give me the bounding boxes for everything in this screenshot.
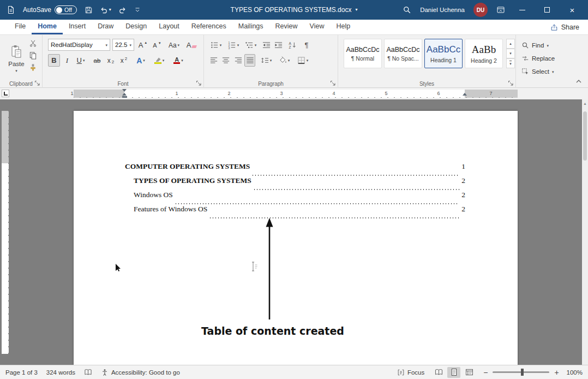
borders-button[interactable]: ▾ xyxy=(295,54,311,67)
increase-indent-button[interactable] xyxy=(273,39,284,51)
tab-layout[interactable]: Layout xyxy=(153,20,185,34)
scrollbar-thumb[interactable] xyxy=(583,111,587,161)
read-mode-button[interactable] xyxy=(432,367,445,378)
tab-stop-selector[interactable] xyxy=(2,90,9,97)
autosave-switch[interactable]: Off xyxy=(55,5,77,14)
font-size-select[interactable]: 22.5 ▾ xyxy=(112,39,134,51)
document-page[interactable]: COMPUTER OPERATING SYSTEMS 1 TYPES OF OP… xyxy=(74,111,518,365)
tab-file[interactable]: File xyxy=(9,20,32,34)
maximize-icon[interactable] xyxy=(539,0,555,20)
text-highlight-button[interactable]: ▾ xyxy=(151,54,168,67)
scroll-up-icon[interactable]: ▲ xyxy=(582,102,588,105)
collapse-ribbon-button[interactable] xyxy=(575,79,583,84)
tab-help[interactable]: Help xyxy=(330,20,356,34)
align-center-button[interactable] xyxy=(220,54,231,67)
search-icon[interactable] xyxy=(403,5,411,14)
zoom-slider-thumb[interactable] xyxy=(521,369,524,376)
toc-entry[interactable]: Features of Windows OS 2 xyxy=(125,205,465,219)
customize-qat-icon[interactable] xyxy=(134,6,141,14)
save-icon[interactable] xyxy=(85,6,93,14)
style-heading1[interactable]: AaBbCc Heading 1 xyxy=(424,39,463,68)
shrink-font-button[interactable]: A▼ xyxy=(151,39,164,51)
tab-home[interactable]: Home xyxy=(32,20,63,34)
grow-font-button[interactable]: A▲ xyxy=(136,39,149,51)
styles-dialog-launcher-icon[interactable] xyxy=(508,80,514,86)
font-dialog-launcher-icon[interactable] xyxy=(196,80,202,86)
focus-button[interactable]: Focus xyxy=(397,369,424,376)
font-name-select[interactable]: RedHatDisplay ▾ xyxy=(48,39,110,51)
styles-scroll-down-button[interactable]: ▾ xyxy=(506,49,515,58)
word-app-icon[interactable] xyxy=(7,5,15,14)
tab-insert[interactable]: Insert xyxy=(63,20,92,34)
find-button[interactable]: Find ▾ xyxy=(521,40,549,51)
tab-review[interactable]: Review xyxy=(269,20,304,34)
proofing-status-icon[interactable] xyxy=(84,368,92,376)
strikethrough-button[interactable]: ab xyxy=(91,54,104,67)
toc-entry[interactable]: Windows OS 2 xyxy=(125,191,465,205)
print-layout-button[interactable] xyxy=(447,367,460,378)
style-normal[interactable]: AaBbCcDc ¶ Normal xyxy=(344,39,382,68)
subscript-button[interactable]: x2 xyxy=(105,54,117,67)
word-count-status[interactable]: 324 words xyxy=(46,369,75,376)
text-effects-button[interactable]: A▾ xyxy=(133,54,148,67)
accessibility-status[interactable]: Accessibility: Good to go xyxy=(101,369,180,376)
multilevel-list-button[interactable]: ▾ xyxy=(243,39,259,51)
style-no-spacing[interactable]: AaBbCcDc ¶ No Spac... xyxy=(384,39,422,68)
zoom-out-button[interactable]: − xyxy=(483,368,488,377)
superscript-button[interactable]: x2 xyxy=(118,54,130,67)
user-name[interactable]: Daniel Uchenna xyxy=(420,7,465,13)
vertical-ruler[interactable] xyxy=(2,111,9,354)
avatar[interactable]: DU xyxy=(473,3,488,17)
page-number-status[interactable]: Page 1 of 3 xyxy=(5,369,38,376)
autosave-toggle[interactable]: AutoSave Off xyxy=(23,5,77,14)
web-layout-button[interactable] xyxy=(463,367,476,378)
styles-gallery-more-button[interactable]: ▾ xyxy=(506,58,515,68)
redo-icon[interactable] xyxy=(118,6,127,14)
close-icon[interactable]: × xyxy=(564,0,580,20)
styles-scroll-up-button[interactable]: ▴ xyxy=(506,39,515,49)
bold-button[interactable]: B xyxy=(48,54,60,67)
zoom-slider[interactable] xyxy=(493,371,549,373)
align-right-button[interactable] xyxy=(232,54,243,67)
toc-entry[interactable]: COMPUTER OPERATING SYSTEMS 1 xyxy=(125,162,465,176)
paste-button[interactable]: Paste ▾ xyxy=(4,38,29,79)
show-formatting-marks-button[interactable]: ¶ xyxy=(301,39,312,51)
table-of-contents[interactable]: COMPUTER OPERATING SYSTEMS 1 TYPES OF OP… xyxy=(125,162,465,219)
document-title[interactable]: TYPES OF OPERATING SYSTEMS.docx ▾ xyxy=(231,0,358,20)
toc-entry[interactable]: TYPES OF OPERATING SYSTEMS 2 xyxy=(125,176,465,191)
cut-icon[interactable] xyxy=(29,39,37,48)
format-painter-icon[interactable] xyxy=(29,63,37,72)
right-indent-marker[interactable] xyxy=(463,93,467,96)
tab-view[interactable]: View xyxy=(304,20,331,34)
change-case-button[interactable]: Aa▾ xyxy=(166,39,182,51)
undo-button[interactable]: ▾ xyxy=(100,6,111,14)
first-line-indent-marker[interactable] xyxy=(122,89,127,92)
tab-mailings[interactable]: Mailings xyxy=(232,20,269,34)
bullets-button[interactable]: ▾ xyxy=(208,39,224,51)
shading-button[interactable]: ▾ xyxy=(276,54,292,67)
replace-button[interactable]: Replace xyxy=(521,53,555,64)
underline-button[interactable]: U▾ xyxy=(73,54,88,67)
tab-draw[interactable]: Draw xyxy=(92,20,119,34)
hanging-indent-marker[interactable] xyxy=(122,93,127,96)
line-spacing-button[interactable]: ▾ xyxy=(259,54,274,67)
decrease-indent-button[interactable] xyxy=(261,39,272,51)
copy-icon[interactable] xyxy=(29,51,37,60)
align-left-button[interactable] xyxy=(208,54,219,67)
minimize-icon[interactable] xyxy=(514,0,530,20)
sort-button[interactable]: AZ xyxy=(286,39,299,51)
zoom-in-button[interactable]: + xyxy=(554,368,559,377)
select-button[interactable]: Select ▾ xyxy=(521,66,554,77)
clipboard-dialog-launcher-icon[interactable] xyxy=(34,80,40,86)
vertical-scrollbar[interactable]: ▲ xyxy=(582,99,588,365)
left-indent-marker[interactable] xyxy=(122,96,127,98)
italic-button[interactable]: I xyxy=(62,54,72,67)
clear-formatting-button[interactable]: A xyxy=(184,39,199,51)
font-color-button[interactable]: A ▾ xyxy=(170,54,187,67)
justify-button[interactable] xyxy=(244,54,255,67)
numbering-button[interactable]: 123▾ xyxy=(226,39,241,51)
style-heading2[interactable]: AaBb Heading 2 xyxy=(465,39,503,68)
share-button[interactable]: Share xyxy=(550,20,579,34)
paragraph-dialog-launcher-icon[interactable] xyxy=(330,80,336,86)
ribbon-display-options-icon[interactable] xyxy=(496,5,505,14)
